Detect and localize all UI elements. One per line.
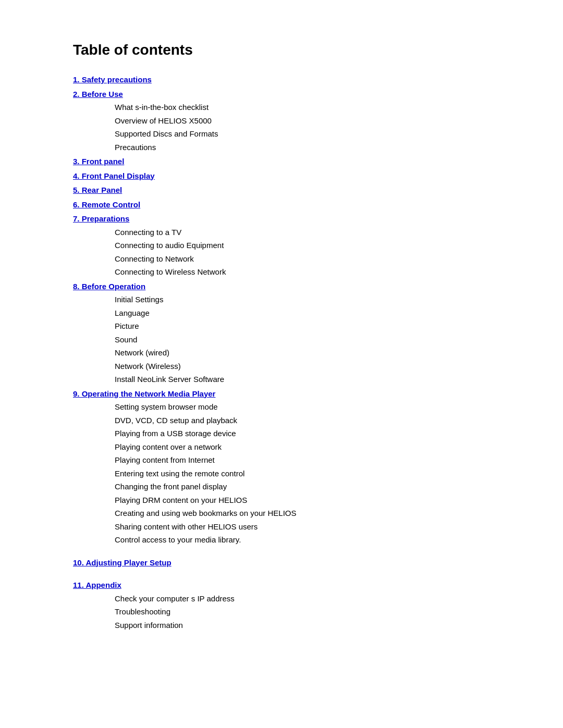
toc-link-section-4[interactable]: 4. Front Panel Display [73,169,490,183]
toc-link-section-1[interactable]: 1. Safety precautions [73,73,490,87]
toc-subitem: Setting system browser mode [73,400,490,414]
toc-subitem: Playing from a USB storage device [73,427,490,440]
toc-section-section-6: 6. Remote Control [73,198,490,212]
toc-subitem: Connecting to audio Equipment [73,239,490,252]
toc-section-section-9: 9. Operating the Network Media PlayerSet… [73,387,490,547]
toc-subitem: Entering text using the remote control [73,467,490,480]
toc-link-section-11[interactable]: 11. Appendix [73,578,490,592]
toc-section-section-10: 10. Adjusting Player Setup [73,556,490,570]
toc-link-section-10[interactable]: 10. Adjusting Player Setup [73,556,490,570]
toc-section-section-4: 4. Front Panel Display [73,169,490,183]
toc-subitem: Sound [73,333,490,347]
toc-subitem: Sharing content with other HELIOS users [73,520,490,534]
toc-subitem: Check your computer s IP address [73,592,490,606]
page-title: Table of contents [73,42,490,58]
toc-section-section-5: 5. Rear Panel [73,183,490,197]
toc-link-section-9[interactable]: 9. Operating the Network Media Player [73,387,490,401]
toc-section-section-3: 3. Front panel [73,155,490,168]
toc-link-section-7[interactable]: 7. Preparations [73,212,490,226]
toc-subitem: Network (wired) [73,346,490,360]
toc-subitem: Precautions [73,141,490,154]
toc-section-section-7: 7. PreparationsConnecting to a TVConnect… [73,212,490,279]
toc-subitem: Network (Wireless) [73,360,490,373]
toc-subitem: Playing DRM content on your HELIOS [73,493,490,507]
toc-link-section-2[interactable]: 2. Before Use [73,88,490,101]
toc-subitem: Connecting to Wireless Network [73,265,490,279]
toc-section-section-2: 2. Before UseWhat s-in-the-box checklist… [73,88,490,154]
toc-subitem: Troubleshooting [73,605,490,619]
toc-link-section-6[interactable]: 6. Remote Control [73,198,490,212]
toc-subitem: Supported Discs and Formats [73,127,490,141]
toc-subitem: Connecting to Network [73,252,490,266]
toc-section-section-11: 11. AppendixCheck your computer s IP add… [73,578,490,632]
toc-subitem: Creating and using web bookmarks on your… [73,507,490,520]
toc-section-section-8: 8. Before OperationInitial SettingsLangu… [73,280,490,386]
toc-subitem: Connecting to a TV [73,226,490,239]
toc-subitem: Initial Settings [73,293,490,306]
toc-container: 1. Safety precautions2. Before UseWhat s… [73,73,490,632]
toc-link-section-3[interactable]: 3. Front panel [73,155,490,168]
toc-subitem: Support information [73,619,490,632]
toc-link-section-5[interactable]: 5. Rear Panel [73,183,490,197]
toc-subitem: Picture [73,319,490,333]
toc-subitem: Playing content over a network [73,440,490,454]
toc-subitem: Overview of HELIOS X5000 [73,114,490,128]
toc-subitem: What s-in-the-box checklist [73,101,490,114]
toc-link-section-8[interactable]: 8. Before Operation [73,280,490,293]
toc-subitem: Language [73,306,490,320]
toc-section-section-1: 1. Safety precautions [73,73,490,87]
toc-subitem: Playing content from Internet [73,453,490,467]
toc-subitem: Install NeoLink Server Software [73,373,490,386]
toc-subitem: DVD, VCD, CD setup and playback [73,414,490,427]
toc-subitem: Control access to your media library. [73,533,490,547]
toc-subitem: Changing the front panel display [73,480,490,493]
